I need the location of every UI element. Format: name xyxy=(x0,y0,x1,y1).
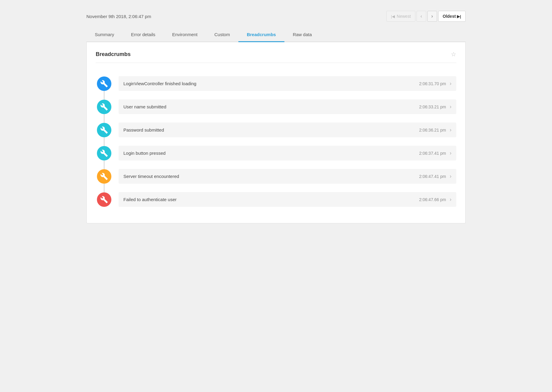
next-button[interactable]: › xyxy=(427,11,437,22)
crumb-icon-3 xyxy=(97,146,111,160)
crumb-chevron-icon[interactable]: › xyxy=(450,80,451,87)
crumb-right: 2:06:47.41 pm › xyxy=(419,173,451,179)
breadcrumbs-list: LoginViewController finished loading 2:0… xyxy=(96,72,456,211)
tab-custom[interactable]: Custom xyxy=(206,28,238,42)
crumb-row[interactable]: Failed to authenticate user 2:06:47.66 p… xyxy=(119,192,456,207)
tabs-bar: Summary Error details Environment Custom… xyxy=(86,28,466,42)
crumb-right: 2:06:31.70 pm › xyxy=(419,80,451,87)
crumb-label: Server timeout encountered xyxy=(123,174,179,179)
crumb-row[interactable]: Password submitted 2:06:36.21 pm › xyxy=(119,123,456,137)
tab-environment[interactable]: Environment xyxy=(164,28,206,42)
crumb-time: 2:06:47.41 pm xyxy=(419,174,446,179)
crumb-right: 2:06:47.66 pm › xyxy=(419,196,451,203)
star-icon[interactable]: ☆ xyxy=(451,51,456,58)
prev-button[interactable]: ‹ xyxy=(417,11,426,22)
timestamp: November 9th 2018, 2:06:47 pm xyxy=(86,14,151,19)
oldest-icon: ▶| xyxy=(457,14,461,19)
crumb-chevron-icon[interactable]: › xyxy=(450,104,451,110)
nav-buttons: |◀ Newest ‹ › Oldest ▶| xyxy=(386,11,466,22)
crumb-label: Login button pressed xyxy=(123,151,166,156)
crumb-right: 2:06:37.41 pm › xyxy=(419,150,451,156)
crumb-time: 2:06:31.70 pm xyxy=(419,81,446,86)
oldest-button[interactable]: Oldest ▶| xyxy=(438,11,466,22)
section-title: Breadcrumbs xyxy=(96,51,131,58)
crumb-icon-2 xyxy=(97,123,111,137)
next-icon: › xyxy=(431,14,433,19)
list-item: User name submitted 2:06:33.21 pm › xyxy=(96,95,456,118)
list-item: Password submitted 2:06:36.21 pm › xyxy=(96,118,456,142)
crumb-label: Password submitted xyxy=(123,127,164,132)
header-row: November 9th 2018, 2:06:47 pm |◀ Newest … xyxy=(86,6,466,28)
crumb-row[interactable]: LoginViewController finished loading 2:0… xyxy=(119,76,456,91)
crumb-chevron-icon[interactable]: › xyxy=(450,150,451,156)
icon-col xyxy=(96,192,113,207)
crumb-time: 2:06:37.41 pm xyxy=(419,151,446,156)
crumb-icon-4 xyxy=(97,169,111,184)
crumb-icon-1 xyxy=(97,100,111,114)
newest-icon: |◀ xyxy=(391,14,395,19)
crumb-right: 2:06:33.21 pm › xyxy=(419,104,451,110)
crumb-label: User name submitted xyxy=(123,104,166,109)
icon-col xyxy=(96,123,113,137)
crumb-label: Failed to authenticate user xyxy=(123,197,177,202)
crumb-label: LoginViewController finished loading xyxy=(123,81,196,86)
section-header: Breadcrumbs ☆ xyxy=(96,51,456,63)
newest-button[interactable]: |◀ Newest xyxy=(386,11,415,22)
page-wrapper: November 9th 2018, 2:06:47 pm |◀ Newest … xyxy=(86,6,466,223)
main-panel: Breadcrumbs ☆ LoginViewController finish… xyxy=(86,42,466,223)
tab-raw-data[interactable]: Raw data xyxy=(284,28,320,42)
crumb-row[interactable]: Login button pressed 2:06:37.41 pm › xyxy=(119,146,456,160)
list-item: Failed to authenticate user 2:06:47.66 p… xyxy=(96,188,456,211)
crumb-chevron-icon[interactable]: › xyxy=(450,127,451,133)
crumb-icon-5 xyxy=(97,192,111,207)
tab-error-details[interactable]: Error details xyxy=(122,28,164,42)
icon-col xyxy=(96,146,113,160)
crumb-time: 2:06:33.21 pm xyxy=(419,104,446,109)
crumb-row[interactable]: Server timeout encountered 2:06:47.41 pm… xyxy=(119,169,456,184)
tab-summary[interactable]: Summary xyxy=(86,28,122,42)
crumb-chevron-icon[interactable]: › xyxy=(450,173,451,179)
prev-icon: ‹ xyxy=(420,14,422,19)
crumb-icon-0 xyxy=(97,76,111,91)
crumb-right: 2:06:36.21 pm › xyxy=(419,127,451,133)
crumb-time: 2:06:36.21 pm xyxy=(419,128,446,132)
list-item: Login button pressed 2:06:37.41 pm › xyxy=(96,142,456,165)
icon-col xyxy=(96,169,113,184)
crumb-row[interactable]: User name submitted 2:06:33.21 pm › xyxy=(119,99,456,114)
icon-col xyxy=(96,76,113,91)
list-item: LoginViewController finished loading 2:0… xyxy=(96,72,456,95)
tab-breadcrumbs[interactable]: Breadcrumbs xyxy=(238,28,284,42)
crumb-time: 2:06:47.66 pm xyxy=(419,197,446,202)
crumb-chevron-icon[interactable]: › xyxy=(450,196,451,203)
list-item: Server timeout encountered 2:06:47.41 pm… xyxy=(96,165,456,188)
icon-col xyxy=(96,100,113,114)
